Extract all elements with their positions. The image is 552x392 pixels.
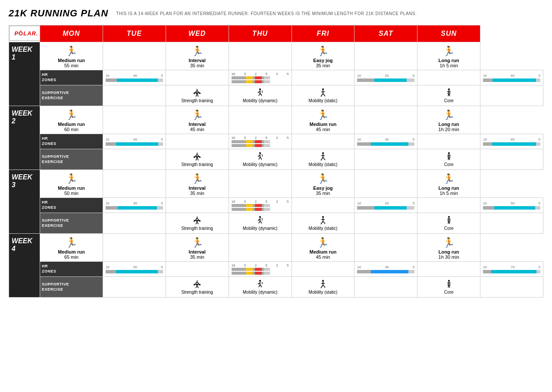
activity-name: Long run [419, 122, 478, 127]
week-3-support-row: SUPPORTIVEEXERCISE Strength training Mob… [9, 213, 543, 234]
day-header-wed: WED [166, 25, 229, 42]
svg-line-58 [197, 222, 198, 224]
activity-cell-fri: 🏃 Medium run 45 min [292, 234, 354, 262]
activity-name: Medium run [294, 122, 353, 127]
svg-line-38 [260, 157, 262, 160]
activity-time: 1h 5 min [419, 63, 478, 68]
support-cell-thu: Mobility (static) [292, 213, 354, 234]
hr-zone-cell [166, 198, 229, 213]
support-icon [294, 88, 353, 97]
activity-name: Medium run [42, 58, 101, 63]
page: 21K RUNNING PLAN THIS IS A 14-WEEK PLAN … [0, 0, 552, 302]
activity-name: Interval [168, 122, 227, 127]
support-cell-wed: Mobility (dynamic) [229, 213, 292, 234]
week-1-support-row: SUPPORTIVEEXERCISE Strength training Mob… [9, 85, 543, 106]
hr-zone-cell [417, 134, 480, 149]
hr-zones-label-2: HRZONES [40, 134, 103, 149]
activity-name: Easy jog [294, 58, 353, 63]
empty-activity-cell [229, 170, 292, 198]
svg-point-64 [322, 216, 324, 218]
empty-support-cell [354, 149, 417, 170]
activity-name: Interval [168, 249, 227, 254]
support-icon [168, 279, 227, 289]
empty-support-cell [103, 149, 166, 170]
activity-cell-wed: 🏃 Interval 35 min [166, 234, 229, 262]
activity-cell-fri: 🏃 Medium run 45 min [292, 106, 354, 134]
support-icon [419, 216, 478, 225]
day-header-sat: SAT [354, 25, 417, 42]
support-cell-sat: Core [417, 213, 480, 234]
polar-logo: PŌLAR. [9, 25, 44, 41]
hr-zone-cell [417, 198, 480, 213]
hr-zone-cell: 10305 [354, 134, 417, 149]
support-name: Mobility (dynamic) [231, 226, 290, 231]
support-name: Core [419, 98, 478, 103]
svg-line-43 [323, 157, 325, 160]
hr-zones-label-1: HRZONES [40, 70, 103, 85]
plan-subtitle: THIS IS A 14-WEEK PLAN FOR AN INTERMEDIA… [116, 11, 417, 16]
empty-support-cell [354, 213, 417, 234]
empty-activity-cell [103, 106, 166, 134]
hr-zone-cell [292, 262, 354, 277]
support-icon [168, 88, 227, 97]
activity-name: Interval [168, 58, 227, 63]
support-icon [231, 152, 290, 161]
activity-name: Medium run [42, 122, 101, 127]
activity-cell-mon: 🏃 Medium run 65 min [40, 234, 103, 262]
svg-line-68 [323, 221, 325, 224]
activity-time: 35 min [168, 254, 227, 260]
empty-activity-cell [103, 234, 166, 262]
activity-cell-mon: 🏃 Medium run 50 min [40, 170, 103, 198]
week-4-support-row: SUPPORTIVEEXERCISE Strength training Mob… [9, 277, 543, 298]
empty-support-cell [480, 149, 543, 170]
hr-zone-cell [166, 262, 229, 277]
support-icon [231, 88, 290, 97]
activity-time: 35 min [294, 191, 353, 196]
hr-zone-cell: 1652525 [229, 262, 292, 277]
support-cell-tue: Strength training [166, 213, 229, 234]
empty-activity-cell [354, 170, 417, 198]
support-cell-sat: Core [417, 149, 480, 170]
week-3-activity-row: WEEK 3 🏃 Medium run 50 min 🏃 Interval 35… [9, 170, 543, 198]
empty-support-cell [354, 277, 417, 298]
week-label-4: WEEK 4 [9, 234, 40, 298]
hr-zone-cell [166, 134, 229, 149]
supportive-label-1: SUPPORTIVEEXERCISE [40, 85, 103, 106]
support-cell-sat: Core [417, 277, 480, 298]
hr-zone-cell [292, 70, 354, 85]
hr-zone-cell: 10655 [480, 134, 543, 149]
svg-line-32 [196, 158, 197, 160]
support-name: Strength training [168, 226, 227, 231]
svg-line-88 [260, 285, 262, 287]
svg-point-14 [322, 88, 324, 90]
svg-line-92 [321, 285, 323, 288]
support-icon [419, 279, 478, 289]
empty-support-cell [480, 213, 543, 234]
svg-line-87 [259, 285, 260, 287]
support-icon [419, 88, 478, 97]
support-name: Strength training [168, 290, 227, 295]
activity-cell-sun: 🏃 Long run 1h 5 min [417, 42, 480, 70]
supportive-label-2: SUPPORTIVEEXERCISE [40, 149, 103, 170]
page-header: 21K RUNNING PLAN THIS IS A 14-WEEK PLAN … [9, 8, 543, 19]
hr-zone-cell: 1652525 [229, 134, 292, 149]
svg-point-34 [259, 152, 261, 154]
svg-line-33 [197, 158, 198, 160]
supportive-label-4: SUPPORTIVEEXERCISE [40, 277, 103, 298]
activity-cell-wed: 🏃 Interval 45 min [166, 106, 229, 134]
support-name: Mobility (static) [294, 290, 353, 295]
svg-point-44 [448, 152, 450, 154]
activity-time: 50 min [42, 191, 101, 196]
hr-zone-cell [166, 70, 229, 85]
activity-time: 65 min [42, 254, 101, 260]
hr-zone-cell: 10405 [103, 70, 166, 85]
plan-title: 21K RUNNING PLAN [9, 8, 108, 19]
day-header-thu: THU [229, 25, 292, 42]
empty-activity-cell [229, 106, 292, 134]
support-name: Mobility (dynamic) [231, 162, 290, 167]
activity-time: 45 min [294, 254, 353, 260]
empty-activity-cell [354, 234, 417, 262]
svg-point-39 [322, 152, 324, 154]
svg-line-57 [196, 222, 197, 224]
day-header-sun: SUN [417, 25, 480, 42]
